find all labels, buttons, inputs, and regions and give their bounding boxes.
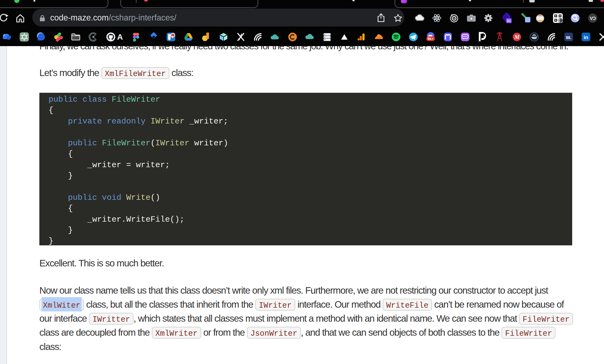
svg-text:31: 31 bbox=[507, 19, 511, 23]
svg-text:w.: w. bbox=[566, 34, 571, 40]
svg-text:in: in bbox=[584, 35, 588, 40]
svg-text:M: M bbox=[514, 34, 520, 40]
svg-text:9k+: 9k+ bbox=[428, 37, 434, 41]
svg-text:VƆ: VƆ bbox=[590, 16, 596, 21]
